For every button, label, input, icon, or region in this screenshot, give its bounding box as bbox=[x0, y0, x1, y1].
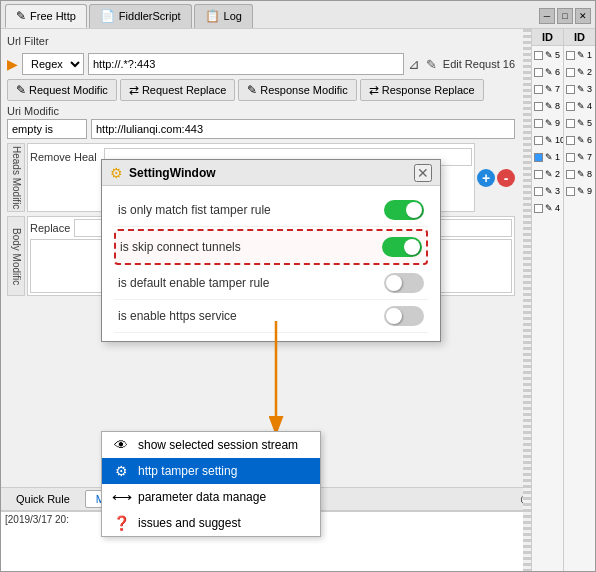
context-item-http-tamper[interactable]: ⚙ http tamper setting bbox=[102, 458, 320, 484]
request-replace-button[interactable]: ⇄ Request Replace bbox=[120, 79, 235, 101]
url-filter-section: Url Filter bbox=[7, 35, 515, 49]
tab-fiddler-script[interactable]: 📄 FiddlerScript bbox=[89, 4, 192, 28]
setting-label-1: is skip connect tunnels bbox=[120, 240, 374, 254]
id-item: ✎2 bbox=[566, 64, 593, 80]
edit-request-label[interactable]: Edit Requst 16 bbox=[443, 58, 515, 70]
id-item: ✎1 bbox=[566, 47, 593, 63]
tab-bar: ✎ Free Http 📄 FiddlerScript 📋 Log ─ □ ✕ bbox=[1, 1, 595, 29]
toolbar-row: ✎ Request Modific ⇄ Request Replace ✎ Re… bbox=[7, 79, 515, 101]
id-panel-2-items: ✎1 ✎2 ✎3 ✎4 ✎5 ✎6 ✎7 ✎8 ✎9 bbox=[564, 46, 595, 200]
funnel-icon: ⊿ bbox=[408, 56, 420, 72]
toggle-knob-0 bbox=[406, 202, 422, 218]
response-replace-label: Response Replace bbox=[382, 84, 475, 96]
setting-title-bar: ⚙ SettingWindow ✕ bbox=[102, 160, 440, 186]
filter-arrow-icon: ▶ bbox=[7, 56, 18, 72]
url-filter-input[interactable] bbox=[88, 53, 404, 75]
checkbox[interactable] bbox=[534, 51, 543, 60]
uri-url-input[interactable] bbox=[91, 119, 515, 139]
tab-free-http[interactable]: ✎ Free Http bbox=[5, 4, 87, 28]
toggle-knob-1 bbox=[404, 239, 420, 255]
setting-title-text: SettingWindow bbox=[129, 166, 408, 180]
response-replace-button[interactable]: ⇄ Response Replace bbox=[360, 79, 484, 101]
id-item: ✎8 bbox=[566, 166, 593, 182]
checkbox[interactable] bbox=[566, 51, 575, 60]
context-item-param-manage[interactable]: ⟷ parameter data manage bbox=[102, 484, 320, 510]
context-label-show-session: show selected session stream bbox=[138, 438, 298, 452]
replace-label: Replace bbox=[30, 222, 70, 234]
setting-close-button[interactable]: ✕ bbox=[414, 164, 432, 182]
add-heads-button[interactable]: + bbox=[477, 169, 495, 187]
context-label-param-manage: parameter data manage bbox=[138, 490, 266, 504]
id-item: ✎9 bbox=[534, 115, 561, 131]
edit-pencil: ✎ bbox=[545, 50, 553, 60]
remove-heads-button[interactable]: - bbox=[497, 169, 515, 187]
id-item: ✎6 bbox=[534, 64, 561, 80]
context-label-issues: issues and suggest bbox=[138, 516, 241, 530]
request-modific-icon: ✎ bbox=[16, 83, 26, 97]
id-item: ✎10 bbox=[534, 132, 561, 148]
uri-empty-input[interactable] bbox=[7, 119, 87, 139]
checkbox[interactable] bbox=[534, 204, 543, 213]
toggle-1[interactable] bbox=[382, 237, 422, 257]
id-item: ✎6 bbox=[566, 132, 593, 148]
uri-modific-section: Uri Modific bbox=[7, 105, 515, 139]
setting-row-3: is enable https service bbox=[114, 300, 428, 333]
checkbox[interactable] bbox=[566, 68, 575, 77]
checkbox[interactable] bbox=[534, 68, 543, 77]
response-modific-icon: ✎ bbox=[247, 83, 257, 97]
request-replace-icon: ⇄ bbox=[129, 83, 139, 97]
id-item: ✎5 bbox=[534, 47, 561, 63]
uri-modific-label: Uri Modific bbox=[7, 105, 515, 117]
checkbox[interactable] bbox=[566, 119, 575, 128]
checkbox[interactable] bbox=[534, 170, 543, 179]
regex-select[interactable]: Regex bbox=[22, 53, 84, 75]
heads-modific-label: Heads Modific bbox=[7, 143, 25, 212]
checkbox[interactable] bbox=[534, 85, 543, 94]
response-replace-icon: ⇄ bbox=[369, 83, 379, 97]
checkbox[interactable] bbox=[566, 136, 575, 145]
id-panel-2: ID ✎1 ✎2 ✎3 ✎4 ✎5 ✎6 ✎7 ✎8 ✎9 bbox=[563, 29, 595, 571]
id-item: ✎2 bbox=[534, 166, 561, 182]
close-button[interactable]: ✕ bbox=[575, 8, 591, 24]
id-panel-2-header: ID bbox=[564, 29, 595, 46]
maximize-button[interactable]: □ bbox=[557, 8, 573, 24]
minimize-button[interactable]: ─ bbox=[539, 8, 555, 24]
response-modific-button[interactable]: ✎ Response Modific bbox=[238, 79, 356, 101]
add-remove-buttons: + - bbox=[477, 143, 515, 212]
toggle-3[interactable] bbox=[384, 306, 424, 326]
request-modific-button[interactable]: ✎ Request Modific bbox=[7, 79, 117, 101]
id-panel-1-header: ID bbox=[532, 29, 563, 46]
checkbox[interactable] bbox=[566, 187, 575, 196]
quick-rule-tab[interactable]: Quick Rule bbox=[5, 490, 81, 508]
tab-log[interactable]: 📋 Log bbox=[194, 4, 253, 28]
setting-row-2: is default enable tamper rule bbox=[114, 267, 428, 300]
checkbox[interactable] bbox=[534, 102, 543, 111]
fiddler-script-icon: 📄 bbox=[100, 9, 115, 23]
main-window: ✎ Free Http 📄 FiddlerScript 📋 Log ─ □ ✕ … bbox=[0, 0, 596, 572]
checkbox[interactable] bbox=[534, 119, 543, 128]
eye-icon: 👁 bbox=[112, 437, 130, 453]
context-menu: 👁 show selected session stream ⚙ http ta… bbox=[101, 431, 321, 537]
log-entry: [2019/3/17 20: bbox=[5, 514, 69, 525]
jagged-edge bbox=[523, 29, 531, 571]
checkbox-checked[interactable] bbox=[534, 153, 543, 162]
context-item-show-session[interactable]: 👁 show selected session stream bbox=[102, 432, 320, 458]
toggle-2[interactable] bbox=[384, 273, 424, 293]
checkbox[interactable] bbox=[534, 187, 543, 196]
checkbox[interactable] bbox=[566, 170, 575, 179]
edit-url-button[interactable]: ✎ bbox=[424, 57, 439, 72]
checkbox[interactable] bbox=[566, 85, 575, 94]
setting-label-3: is enable https service bbox=[118, 309, 376, 323]
setting-content: is only match fist tamper rule is skip c… bbox=[102, 186, 440, 341]
request-modific-label: Request Modific bbox=[29, 84, 108, 96]
checkbox[interactable] bbox=[566, 102, 575, 111]
setting-label-2: is default enable tamper rule bbox=[118, 276, 376, 290]
gear-context-icon: ⚙ bbox=[112, 463, 130, 479]
toggle-knob-3 bbox=[386, 308, 402, 324]
context-item-issues[interactable]: ❓ issues and suggest bbox=[102, 510, 320, 536]
checkbox[interactable] bbox=[566, 153, 575, 162]
toggle-0[interactable] bbox=[384, 200, 424, 220]
checkbox[interactable] bbox=[534, 136, 543, 145]
question-icon: ❓ bbox=[112, 515, 130, 531]
setting-row-1: is skip connect tunnels bbox=[114, 229, 428, 265]
